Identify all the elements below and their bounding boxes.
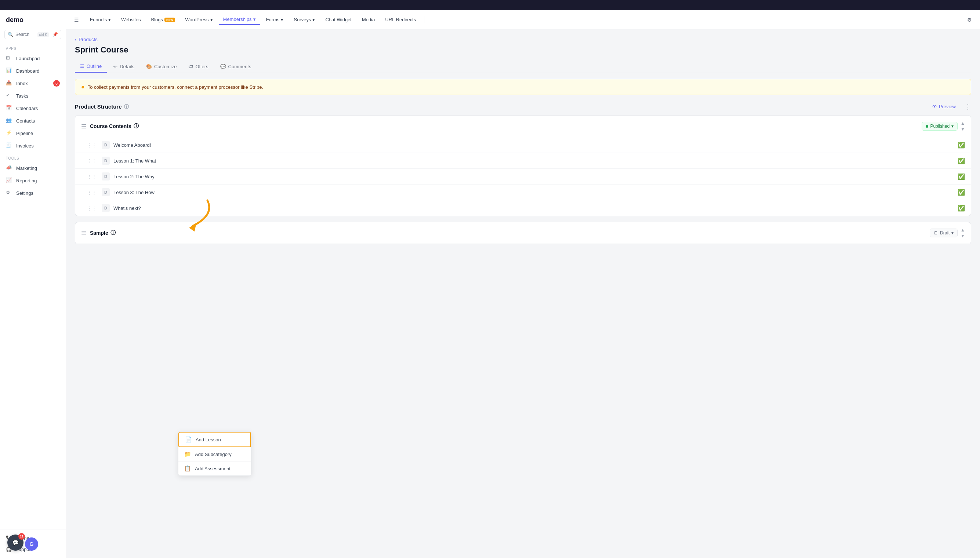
breadcrumb-arrow: ‹ bbox=[75, 37, 76, 42]
nav-wordpress[interactable]: WordPress ▾ bbox=[181, 15, 217, 25]
sidebar-item-invoices[interactable]: 🧾 Invoices bbox=[0, 140, 66, 152]
lesson-row: ⋮⋮ D What's next? ✅ bbox=[75, 200, 971, 216]
memberships-chevron-icon: ▾ bbox=[253, 16, 256, 22]
forms-chevron-icon: ▾ bbox=[281, 17, 283, 22]
nav-surveys[interactable]: Surveys ▾ bbox=[289, 15, 319, 25]
hamburger-button[interactable]: ☰ bbox=[72, 15, 81, 25]
nav-surveys-label: Surveys bbox=[294, 17, 311, 22]
add-assessment-icon: 📋 bbox=[184, 465, 191, 472]
expand-up-icon: ▲ bbox=[960, 121, 965, 126]
tab-customize[interactable]: 🎨 Customize bbox=[141, 61, 182, 73]
details-tab-icon: ✏ bbox=[113, 64, 117, 69]
tasks-icon: ✓ bbox=[6, 92, 13, 99]
sidebar-item-reporting[interactable]: 📈 Reporting bbox=[0, 174, 66, 187]
nav-memberships-label: Memberships bbox=[223, 16, 252, 22]
dropdown-add-lesson[interactable]: 📄 Add Lesson bbox=[178, 432, 251, 447]
invoices-icon: 🧾 bbox=[6, 142, 13, 149]
lesson-check-icon: ✅ bbox=[958, 189, 965, 196]
nav-url-redirects[interactable]: URL Redirects bbox=[381, 15, 420, 25]
lesson-doc-icon: D bbox=[102, 204, 110, 212]
inbox-badge: 0 bbox=[53, 80, 60, 87]
add-content-dropdown: 📄 Add Lesson 📁 Add Subcategory 📋 Add Ass… bbox=[178, 432, 252, 476]
sidebar: demo 🔍 Search ctrl K 📌 Apps ⊞ Launchpad … bbox=[0, 0, 66, 558]
sidebar-logo: demo bbox=[0, 10, 66, 27]
sidebar-item-dashboard[interactable]: 📊 Dashboard bbox=[0, 64, 66, 77]
sidebar-item-launchpad[interactable]: ⊞ Launchpad bbox=[0, 52, 66, 64]
preview-button[interactable]: 👁 Preview bbox=[929, 102, 959, 111]
lesson-check-icon: ✅ bbox=[958, 158, 965, 164]
chat-bubble-icon: 💬 bbox=[13, 540, 19, 545]
lesson-check-icon: ✅ bbox=[958, 205, 965, 212]
product-structure-title: Product Structure ⓘ bbox=[75, 103, 129, 110]
sidebar-item-label: Settings bbox=[16, 190, 33, 196]
lesson-row: ⋮⋮ D Lesson 3: The How ✅ bbox=[75, 185, 971, 200]
surveys-chevron-icon: ▾ bbox=[312, 17, 315, 22]
nav-url-redirects-label: URL Redirects bbox=[385, 17, 416, 22]
search-label: Search bbox=[15, 32, 30, 37]
search-icon: 🔍 bbox=[8, 32, 13, 37]
offers-tab-label: Offers bbox=[195, 64, 208, 69]
search-button[interactable]: 🔍 Search ctrl K 📌 bbox=[4, 30, 61, 39]
lesson-drag-icon: ⋮⋮ bbox=[87, 158, 97, 164]
tab-details[interactable]: ✏ Details bbox=[108, 61, 140, 73]
sidebar-item-marketing[interactable]: 📣 Marketing bbox=[0, 162, 66, 174]
apps-section-label: Apps bbox=[0, 42, 66, 52]
sidebar-item-label: Reporting bbox=[16, 178, 37, 184]
product-structure-kebab[interactable]: ⋮ bbox=[965, 103, 971, 111]
nav-memberships[interactable]: Memberships ▾ bbox=[219, 14, 260, 25]
sample-expand-toggle[interactable]: ▲ ▼ bbox=[960, 228, 965, 238]
outline-tab-icon: ☰ bbox=[80, 64, 84, 69]
nav-funnels[interactable]: Funnels ▾ bbox=[86, 15, 115, 25]
dashboard-icon: 📊 bbox=[6, 67, 13, 74]
sidebar-item-tasks[interactable]: ✓ Tasks bbox=[0, 90, 66, 102]
published-dot bbox=[926, 125, 928, 128]
sidebar-item-inbox[interactable]: 📥 Inbox 0 bbox=[0, 77, 66, 90]
avatar[interactable]: G bbox=[25, 537, 38, 551]
add-assessment-label: Add Assessment bbox=[195, 466, 230, 471]
course-contents-actions: Published ▾ ▲ ▼ bbox=[922, 121, 965, 132]
tab-outline[interactable]: ☰ Outline bbox=[75, 61, 107, 73]
dropdown-add-subcategory[interactable]: 📁 Add Subcategory bbox=[178, 447, 251, 461]
lesson-title: Welcome Aboard! bbox=[113, 142, 954, 148]
lesson-row: ⋮⋮ D Lesson 2: The Why ✅ bbox=[75, 169, 971, 185]
lesson-doc-icon: D bbox=[102, 172, 110, 181]
draft-status-badge[interactable]: 🗒 Draft ▾ bbox=[930, 228, 958, 237]
nav-media[interactable]: Media bbox=[357, 15, 379, 25]
comments-tab-label: Comments bbox=[228, 64, 252, 69]
sample-label: Sample bbox=[90, 230, 108, 236]
sample-info-icon: ⓘ bbox=[110, 230, 116, 236]
nav-chat-widget-label: Chat Widget bbox=[325, 17, 352, 22]
breadcrumb[interactable]: ‹ Products bbox=[75, 37, 971, 42]
sidebar-item-contacts[interactable]: 👥 Contacts bbox=[0, 115, 66, 127]
sidebar-item-calendars[interactable]: 📅 Calendars bbox=[0, 102, 66, 115]
lesson-doc-icon: D bbox=[102, 188, 110, 196]
sample-title: Sample ⓘ bbox=[90, 230, 116, 236]
nav-blogs[interactable]: Blogs New bbox=[146, 15, 179, 25]
course-contents-expand-toggle[interactable]: ▲ ▼ bbox=[960, 121, 965, 132]
sidebar-item-label: Calendars bbox=[16, 106, 38, 111]
lesson-title: Lesson 3: The How bbox=[113, 190, 954, 195]
tab-offers[interactable]: 🏷 Offers bbox=[183, 61, 213, 73]
sidebar-item-settings[interactable]: ⚙ Settings bbox=[0, 187, 66, 199]
lesson-row: ⋮⋮ D Welcome Aboard! ✅ bbox=[75, 137, 971, 153]
dropdown-add-assessment[interactable]: 📋 Add Assessment bbox=[178, 461, 251, 476]
sample-expand-down: ▼ bbox=[960, 233, 965, 238]
nav-forms[interactable]: Forms ▾ bbox=[262, 15, 288, 25]
pipeline-icon: ⚡ bbox=[6, 130, 13, 136]
product-structure-header: Product Structure ⓘ 👁 Preview ⋮ bbox=[75, 102, 971, 111]
marketing-icon: 📣 bbox=[6, 165, 13, 171]
sidebar-item-pipeline[interactable]: ⚡ Pipeline bbox=[0, 127, 66, 140]
published-status-badge[interactable]: Published ▾ bbox=[922, 122, 958, 131]
sample-card: ☰ Sample ⓘ 🗒 Draft ▾ ▲ ▼ 📄 Ad bbox=[75, 222, 971, 245]
preview-label: Preview bbox=[939, 104, 956, 109]
lesson-drag-icon: ⋮⋮ bbox=[87, 142, 97, 148]
tab-comments[interactable]: 💬 Comments bbox=[215, 61, 257, 73]
pin-icon: 📌 bbox=[53, 32, 58, 37]
published-label: Published bbox=[930, 124, 950, 129]
breadcrumb-parent: Products bbox=[79, 37, 97, 42]
nav-chat-widget[interactable]: Chat Widget bbox=[321, 15, 356, 25]
nav-websites[interactable]: Websites bbox=[117, 15, 145, 25]
chat-bubble[interactable]: 💬 21 bbox=[7, 535, 23, 551]
nav-divider bbox=[425, 16, 425, 23]
nav-settings-button[interactable]: ⚙ bbox=[965, 15, 974, 25]
